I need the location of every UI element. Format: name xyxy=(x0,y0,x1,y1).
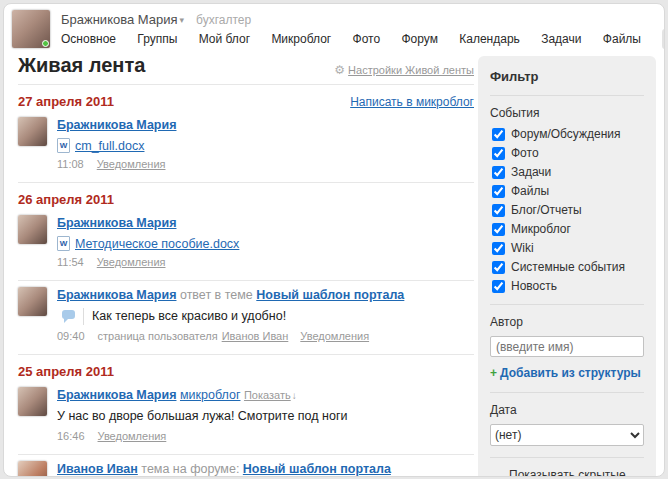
filter-checkbox-photo[interactable] xyxy=(492,147,505,160)
divider xyxy=(490,95,644,96)
comment-bubble-icon xyxy=(62,310,75,319)
avatar[interactable] xyxy=(18,215,47,244)
header: Бражникова Мария▾бухгалтер Основное Груп… xyxy=(4,4,664,48)
microblog-tag-link[interactable]: микроблог xyxy=(180,388,241,402)
nav-messages[interactable]: Сообщения xyxy=(662,29,665,49)
entry-time: 09:40 xyxy=(57,330,85,342)
show-hidden-checkbox[interactable] xyxy=(490,476,503,478)
divider xyxy=(490,392,644,393)
chevron-down-icon[interactable]: ▾ xyxy=(180,15,185,25)
divider xyxy=(490,304,644,305)
notifications-link[interactable]: Уведомления xyxy=(300,330,369,342)
entry-message: Как теперь все красиво и удобно! xyxy=(83,308,286,325)
author-link[interactable]: Иванов Иван xyxy=(57,462,138,476)
plus-icon: + xyxy=(490,366,497,380)
user-role: бухгалтер xyxy=(196,13,251,27)
divider xyxy=(18,84,474,85)
entry-context: тема на форуме: xyxy=(141,462,239,476)
author-link[interactable]: Бражникова Мария xyxy=(57,216,176,230)
filter-checkbox-news[interactable] xyxy=(492,280,505,293)
filter-label-forum: Форум/Обсуждения xyxy=(511,127,621,141)
nav-microblog[interactable]: Микроблог xyxy=(271,29,331,49)
show-hidden-label: Показывать скрытые события xyxy=(509,468,644,477)
nav-calendar[interactable]: Календарь xyxy=(459,29,520,49)
file-link[interactable]: Методическое пособие.docx xyxy=(75,237,239,251)
author-input[interactable] xyxy=(490,336,644,357)
author-label: Автор xyxy=(490,315,644,329)
feed-entry: Бражникова Мария W Методическое пособие.… xyxy=(18,209,474,273)
date-heading: 25 апреля 2011 xyxy=(18,364,114,379)
date-heading: 26 апреля 2011 xyxy=(18,192,114,207)
nav-groups[interactable]: Группы xyxy=(137,29,177,49)
date-label: Дата xyxy=(490,403,644,417)
entry-time: 11:54 xyxy=(57,256,84,268)
arrow-down-icon: ↓ xyxy=(292,387,297,404)
divider xyxy=(490,457,644,458)
filter-checkbox-wiki[interactable] xyxy=(492,242,505,255)
show-link[interactable]: Показать xyxy=(244,389,291,401)
divider xyxy=(18,182,474,183)
topic-link[interactable]: Новый шаблон портала xyxy=(243,462,391,476)
date-heading: 27 апреля 2011 xyxy=(18,94,114,109)
write-microblog-link[interactable]: Написать в микроблог xyxy=(350,95,474,109)
portal-window: Бражникова Мария▾бухгалтер Основное Груп… xyxy=(3,3,665,477)
page-title: Живая лента xyxy=(18,54,145,77)
add-from-structure-link[interactable]: +Добавить из структуры xyxy=(490,366,641,380)
live-feed: Живая лента ⚙Настройки Живой ленты 27 ап… xyxy=(18,54,474,477)
main-nav: Основное Группы Мой блог Микроблог Фото … xyxy=(61,32,665,46)
avatar[interactable] xyxy=(18,387,47,416)
current-user-avatar[interactable] xyxy=(12,10,50,48)
author-link[interactable]: Бражникова Мария xyxy=(57,388,176,402)
filter-checkbox-forum[interactable] xyxy=(492,128,505,141)
word-file-icon: W xyxy=(57,138,70,153)
feed-entry: Бражникова Мария ответ в теме Новый шабл… xyxy=(18,281,474,347)
filter-label-microblog: Микроблог xyxy=(511,222,571,236)
feed-settings-link[interactable]: Настройки Живой ленты xyxy=(348,64,474,76)
notifications-link[interactable]: Уведомления xyxy=(97,256,166,268)
nav-main[interactable]: Основное xyxy=(61,29,116,49)
feed-entry: Бражникова Мария W cm_full.docx 11:08Уве… xyxy=(18,111,474,175)
entry-message: У нас во дворе большая лужа! Смотрите по… xyxy=(57,408,474,425)
word-file-icon: W xyxy=(57,236,70,251)
feed-entry: Иванов Иван тема на форуме: Новый шаблон… xyxy=(18,455,474,477)
notifications-link[interactable]: Уведомления xyxy=(98,430,167,442)
filter-label-blog: Блог/Отчеты xyxy=(511,203,582,217)
user-page-link[interactable]: Иванов Иван xyxy=(222,330,289,342)
filter-checkbox-blog[interactable] xyxy=(492,204,505,217)
filter-label-news: Новость xyxy=(511,279,557,293)
entry-time: 16:46 xyxy=(57,430,85,442)
filter-title: Фильтр xyxy=(490,69,644,84)
filter-checkbox-tasks[interactable] xyxy=(492,166,505,179)
current-user-name[interactable]: Бражникова Мария xyxy=(61,12,178,27)
gear-icon: ⚙ xyxy=(334,63,345,77)
author-link[interactable]: Бражникова Мария xyxy=(57,118,176,132)
nav-files[interactable]: Файлы xyxy=(603,29,641,49)
filter-checkbox-system[interactable] xyxy=(492,261,505,274)
feed-entry: Бражникова Мария микроблог Показать↓ У н… xyxy=(18,381,474,447)
filter-label-files: Файлы xyxy=(511,184,549,198)
filter-panel: Фильтр События Форум/Обсуждения Фото Зад… xyxy=(478,56,656,477)
notifications-link[interactable]: Уведомления xyxy=(97,158,166,170)
filter-label-system: Системные события xyxy=(511,260,625,274)
filter-checkbox-files[interactable] xyxy=(492,185,505,198)
filter-label-photo: Фото xyxy=(511,146,539,160)
nav-myblog[interactable]: Мой блог xyxy=(199,29,250,49)
online-status-dot xyxy=(42,40,49,47)
topic-link[interactable]: Новый шаблон портала xyxy=(256,288,404,302)
page-of-label: страница пользователя xyxy=(98,330,218,342)
filter-label-wiki: Wiki xyxy=(511,241,534,255)
avatar[interactable] xyxy=(18,287,47,316)
author-link[interactable]: Бражникова Мария xyxy=(57,288,176,302)
filter-checkbox-microblog[interactable] xyxy=(492,223,505,236)
avatar[interactable] xyxy=(18,461,47,477)
filter-label-tasks: Задачи xyxy=(511,165,551,179)
nav-forum[interactable]: Форум xyxy=(401,29,437,49)
nav-tasks[interactable]: Задачи xyxy=(541,29,581,49)
divider xyxy=(18,354,474,355)
date-select[interactable]: (нет) xyxy=(490,424,644,446)
entry-context: ответ в теме xyxy=(180,288,253,302)
file-link[interactable]: cm_full.docx xyxy=(75,139,144,153)
nav-photo[interactable]: Фото xyxy=(353,29,381,49)
avatar[interactable] xyxy=(18,117,47,146)
entry-time: 11:08 xyxy=(57,158,84,170)
